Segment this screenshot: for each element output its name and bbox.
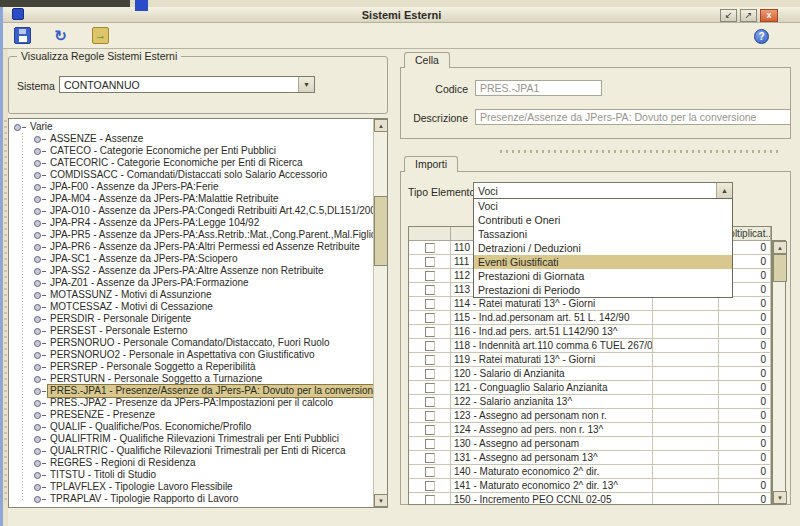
row-checkbox[interactable]: [425, 397, 435, 407]
tree-item[interactable]: PERSEST - Personale Esterno: [9, 325, 371, 337]
row-checkbox[interactable]: [425, 453, 435, 463]
tree-expand-icon[interactable]: [14, 124, 21, 131]
row-checkbox[interactable]: [425, 257, 435, 267]
table-row[interactable]: 121 - Conguaglio Salario Anzianita 0: [409, 381, 771, 395]
tree-scrollbar[interactable]: ▲ ▼: [373, 119, 387, 507]
row-checkbox[interactable]: [425, 355, 435, 365]
tree-item[interactable]: CATECORIC - Categorie Economiche per Ent…: [9, 157, 371, 169]
tree-item[interactable]: TITSTU - Titoli di Studio: [9, 469, 371, 481]
tree-item[interactable]: COMDISSACC - Comandati/Distaccati solo S…: [9, 169, 371, 181]
row-checkbox[interactable]: [425, 467, 435, 477]
save-icon[interactable]: [14, 27, 31, 44]
splitter-dots[interactable]: [500, 150, 782, 153]
chevron-down-icon[interactable]: ▼: [298, 77, 314, 92]
tree-item[interactable]: PERSTURN - Personale Soggetto a Turnazio…: [9, 373, 371, 385]
scroll-down-icon[interactable]: ▼: [374, 494, 388, 507]
tree-item[interactable]: REGRES - Regioni di Residenza: [9, 457, 371, 469]
row-checkbox[interactable]: [425, 411, 435, 421]
row-checkbox[interactable]: [425, 495, 435, 505]
row-checkbox[interactable]: [425, 481, 435, 491]
maximize-button[interactable]: ↗: [740, 9, 757, 22]
tree-item[interactable]: JPA-SC1 - Assenze da JPers-PA:Sciopero: [9, 253, 371, 265]
table-row[interactable]: 115 - Ind.ad.personam art. 51 L. 142/90 …: [409, 311, 771, 325]
tree-root-item[interactable]: Varie: [9, 121, 371, 133]
tree-item[interactable]: TPLAVFLEX - Tipologie Lavoro Flessibile: [9, 481, 371, 493]
scroll-up-icon[interactable]: ▲: [374, 119, 388, 132]
tree-item[interactable]: MOTCESSAZ - Motivi di Cessazione: [9, 301, 371, 313]
tree-item[interactable]: QUALIFTRIM - Qualifiche Rilevazioni Trim…: [9, 433, 371, 445]
minimize-button[interactable]: ↙: [720, 9, 737, 22]
table-row[interactable]: 114 - Ratei maturati 13^ - Giorni 0: [409, 297, 771, 311]
tree-item[interactable]: JPA-Z01 - Assenze da JPers-PA:Formazione: [9, 277, 371, 289]
tree-item[interactable]: TPRAPLAV - Tipologie Rapporto di Lavoro: [9, 493, 371, 505]
table-row[interactable]: 131 - Assegno ad personam 13^ 0: [409, 451, 771, 465]
row-checkbox[interactable]: [425, 369, 435, 379]
scroll-up-icon[interactable]: ▲: [773, 241, 787, 254]
tree-item[interactable]: JPA-M04 - Assenze da JPers-PA:Malattie R…: [9, 193, 371, 205]
dropdown-option[interactable]: Tassazioni: [474, 227, 732, 241]
row-checkbox[interactable]: [425, 285, 435, 295]
table-row[interactable]: 119 - Ratei maturati 13^ - Giorni 0: [409, 353, 771, 367]
tree-item[interactable]: PRESENZE - Presenze: [9, 409, 371, 421]
tree-item[interactable]: QUALIF - Qualifiche/Pos. Economiche/Prof…: [9, 421, 371, 433]
tree-item[interactable]: PERSNORUO - Personale Comandato/Distacca…: [9, 337, 371, 349]
table-row[interactable]: 123 - Assegno ad personam non r. 0: [409, 409, 771, 423]
table-row[interactable]: 124 - Assegno ad pers. non r. 13^ 0: [409, 423, 771, 437]
tree-item[interactable]: JPA-PR5 - Assenze da JPers-PA:Ass.Retrib…: [9, 229, 371, 241]
tree-item[interactable]: QUALRTRIC - Qualifiche Rilevazioni Trime…: [9, 445, 371, 457]
dropdown-option[interactable]: Prestazioni di Periodo: [474, 283, 732, 297]
tipo-elemento-combobox[interactable]: Voci ▲: [473, 182, 733, 199]
titlebar[interactable]: Sistemi Esterni ↙ ↗ x: [3, 7, 800, 23]
exit-icon[interactable]: →: [92, 27, 109, 44]
dropdown-option[interactable]: Voci: [474, 199, 732, 213]
refresh-icon[interactable]: ↻: [52, 27, 69, 44]
table-scrollbar[interactable]: ▲ ▼: [772, 240, 786, 505]
tree-item[interactable]: PRES.-JPA1 - Presenze/Assenze da JPers-P…: [9, 385, 371, 397]
row-checkbox[interactable]: [425, 439, 435, 449]
tree-item[interactable]: PERSNORUO2 - Personale in Aspettativa co…: [9, 349, 371, 361]
dropdown-option[interactable]: Eventi Giustificati: [474, 255, 732, 269]
table-row[interactable]: 120 - Salario di Anzianita 0: [409, 367, 771, 381]
row-checkbox[interactable]: [425, 383, 435, 393]
chevron-up-icon[interactable]: ▲: [716, 183, 732, 198]
tree-item[interactable]: MOTASSUNZ - Motivi di Assunzione: [9, 289, 371, 301]
row-checkbox[interactable]: [425, 327, 435, 337]
table-row[interactable]: 140 - Maturato economico 2^ dir. 0: [409, 465, 771, 479]
dropdown-option[interactable]: Detrazioni / Deduzioni: [474, 241, 732, 255]
row-checkbox[interactable]: [425, 299, 435, 309]
tree-item[interactable]: JPA-F00 - Assenze da JPers-PA:Ferie: [9, 181, 371, 193]
tree-item[interactable]: JPA-O10 - Assenze da JPers-PA:Congedi Re…: [9, 205, 371, 217]
row-checkbox[interactable]: [425, 341, 435, 351]
scroll-down-icon[interactable]: ▼: [773, 491, 787, 504]
tree-item[interactable]: JPA-PR6 - Assenze da JPers-PA:Altri Perm…: [9, 241, 371, 253]
row-checkbox[interactable]: [425, 243, 435, 253]
table-row[interactable]: 130 - Assegno ad personam 0: [409, 437, 771, 451]
tree-item[interactable]: JPA-PR4 - Assenze da JPers-PA:Legge 104/…: [9, 217, 371, 229]
table-row[interactable]: 150 - Incremento PEO CCNL 02-05 0: [409, 493, 771, 505]
tree-item[interactable]: CATECO - Categorie Economiche per Enti P…: [9, 145, 371, 157]
tree-item-label: TPRAPLAV - Tipologie Rapporto di Lavoro: [48, 493, 240, 505]
close-button[interactable]: x: [760, 9, 778, 22]
codice-field[interactable]: PRES.-JPA1: [475, 80, 602, 96]
table-row[interactable]: 141 - Maturato economico 2^ dir. 13^ 0: [409, 479, 771, 493]
tree-scrollbar-thumb[interactable]: [374, 196, 388, 266]
table-row[interactable]: 118 - Indennità art.110 comma 6 TUEL 267…: [409, 339, 771, 353]
dropdown-option[interactable]: Prestazioni di Giornata: [474, 269, 732, 283]
table-scrollbar-thumb[interactable]: [773, 254, 787, 282]
tree-item[interactable]: JPA-SS2 - Assenze da JPers-PA:Altre Asse…: [9, 265, 371, 277]
table-row[interactable]: 116 - Ind.ad pers. art.51 L142/90 13^ 0: [409, 325, 771, 339]
dropdown-option[interactable]: Contributi e Oneri: [474, 213, 732, 227]
sistema-combobox[interactable]: CONTOANNUO ▼: [59, 76, 315, 93]
tab-cella[interactable]: Cella: [404, 52, 450, 68]
tree-item[interactable]: PERSREP - Personale Soggetto a Reperibil…: [9, 361, 371, 373]
row-checkbox[interactable]: [425, 313, 435, 323]
row-checkbox[interactable]: [425, 425, 435, 435]
tree-item[interactable]: PERSDIR - Personale Dirigente: [9, 313, 371, 325]
tab-importi[interactable]: Importi: [404, 156, 458, 172]
table-row[interactable]: 122 - Salario anzianita 13^ 0: [409, 395, 771, 409]
tree-item[interactable]: PRES.-JPA2 - Presenze da JPers-PA:Impost…: [9, 397, 371, 409]
descrizione-field[interactable]: Presenze/Assenze da JPers-PA: Dovuto per…: [475, 109, 791, 125]
tree-item[interactable]: ASSENZE - Assenze: [9, 133, 371, 145]
help-icon[interactable]: ?: [754, 29, 769, 44]
row-checkbox[interactable]: [425, 271, 435, 281]
